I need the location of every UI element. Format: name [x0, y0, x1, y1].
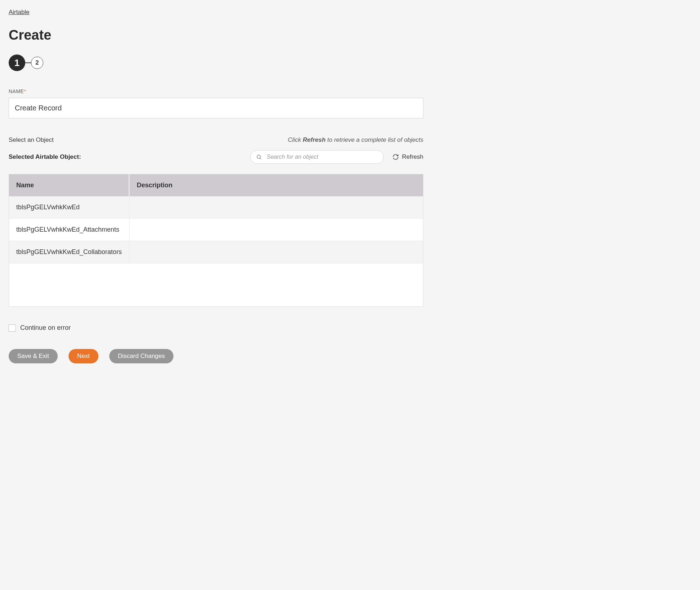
name-input[interactable] [9, 98, 423, 118]
table-cell-description [129, 219, 423, 241]
table-cell-name: tblsPgGELVwhkKwEd [9, 196, 129, 219]
stepper: 1 2 [9, 54, 423, 71]
table-empty-area [9, 263, 423, 307]
next-button[interactable]: Next [69, 349, 98, 363]
table-header-description: Description [129, 174, 423, 197]
table-row[interactable]: tblsPgGELVwhkKwEd_Attachments [9, 219, 423, 241]
object-table: Name Description tblsPgGELVwhkKwEdtblsPg… [9, 174, 423, 263]
save-exit-button[interactable]: Save & Exit [9, 349, 58, 363]
required-star: * [24, 88, 26, 94]
selected-object-label: Selected Airtable Object: [9, 153, 81, 161]
name-label: NAME* [9, 88, 423, 94]
table-cell-description [129, 196, 423, 219]
discard-changes-button[interactable]: Discard Changes [109, 349, 173, 363]
step-connector [25, 62, 31, 63]
table-row[interactable]: tblsPgGELVwhkKwEd [9, 196, 423, 219]
refresh-button[interactable]: Refresh [392, 153, 423, 161]
search-icon [256, 154, 262, 160]
name-field-group: NAME* [9, 88, 423, 118]
select-object-label: Select an Object [9, 136, 54, 144]
page-title: Create [9, 27, 423, 43]
table-cell-name: tblsPgGELVwhkKwEd_Attachments [9, 219, 129, 241]
table-cell-description [129, 241, 423, 263]
refresh-label: Refresh [402, 153, 423, 161]
name-label-text: NAME [9, 88, 24, 94]
refresh-hint-strong: Refresh [303, 136, 326, 143]
continue-on-error-label: Continue on error [20, 324, 71, 332]
table-cell-name: tblsPgGELVwhkKwEd_Collaborators [9, 241, 129, 263]
refresh-hint-suffix: to retrieve a complete list of objects [326, 136, 423, 143]
refresh-hint: Click Refresh to retrieve a complete lis… [288, 136, 423, 144]
step-1[interactable]: 1 [9, 54, 25, 71]
step-2[interactable]: 2 [31, 57, 43, 69]
search-input[interactable] [250, 150, 384, 164]
table-header-name: Name [9, 174, 129, 197]
breadcrumb-link-airtable[interactable]: Airtable [9, 9, 30, 16]
continue-on-error-checkbox[interactable] [9, 324, 16, 332]
svg-line-1 [260, 158, 261, 159]
table-row[interactable]: tblsPgGELVwhkKwEd_Collaborators [9, 241, 423, 263]
refresh-hint-prefix: Click [288, 136, 303, 143]
svg-point-0 [257, 155, 260, 158]
refresh-icon [392, 154, 399, 160]
search-wrapper [250, 150, 384, 164]
